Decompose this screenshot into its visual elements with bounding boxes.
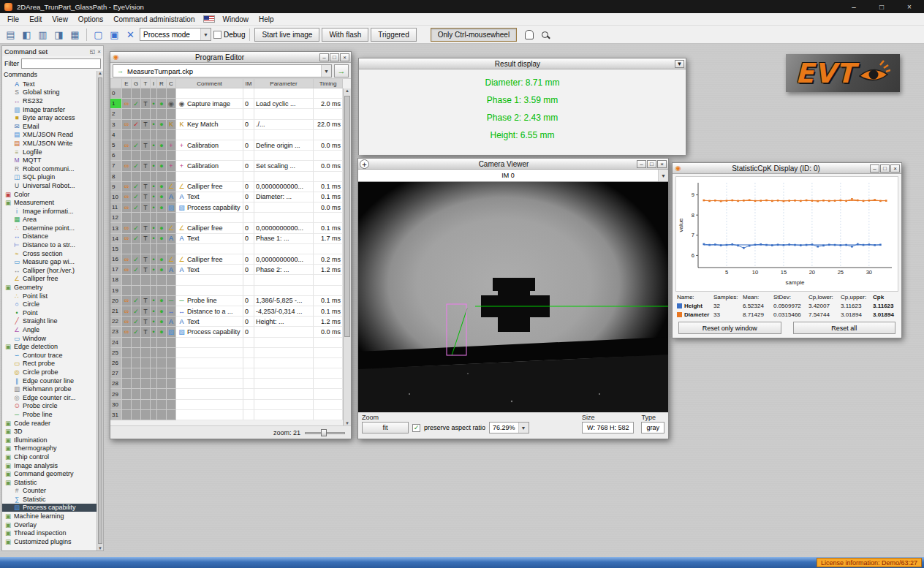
tree-item-contour-trace[interactable]: ∽Contour trace [2, 351, 96, 360]
window-layout-icon[interactable]: ▦ [68, 28, 82, 42]
tree-item-image-transfer[interactable]: ▥Image transfer [2, 105, 96, 114]
program-row-12[interactable]: 12 [110, 213, 343, 223]
triggered-button[interactable]: Triggered [371, 28, 416, 42]
tree-item-text[interactable]: AText [2, 80, 96, 88]
program-editor-titlebar[interactable]: ◉ Program Editor – □ × [110, 52, 351, 63]
window-minimize-button[interactable]: – [849, 3, 858, 11]
tree-item-mqtt[interactable]: MMQTT [2, 156, 96, 164]
tree-item-email[interactable]: ✉EMail [2, 122, 96, 131]
program-row-28[interactable]: 28 [110, 379, 343, 389]
program-row-14[interactable]: 14∞✓T•●AAText0Phase 1: ...1.7 ms [110, 234, 343, 244]
reset-all-button[interactable]: Reset all [793, 322, 896, 334]
save-program-icon[interactable]: ▥ [36, 28, 50, 42]
menu-item-command-administration[interactable]: Command administration [108, 15, 200, 24]
menu-item-view[interactable]: View [47, 15, 73, 24]
process-mode-select[interactable]: Process mode ▼ [140, 28, 211, 41]
program-row-31[interactable]: 31 [110, 410, 343, 420]
command-tree-scrollbar[interactable]: ▲ ▼ [96, 71, 103, 550]
tree-item-universal-robot[interactable]: UUniversal Robot... [2, 181, 96, 190]
close-button[interactable]: × [890, 164, 900, 173]
tree-item-determine-point[interactable]: ∴Determine point... [2, 224, 96, 232]
scroll-up-icon[interactable]: ▲ [97, 71, 103, 75]
program-row-24[interactable]: 24 [110, 338, 343, 348]
tree-item-circle[interactable]: ○Circle [2, 300, 96, 308]
program-row-11[interactable]: 11∞✓T•●▧▧Process capability00.0 ms [110, 202, 343, 213]
close-panel-icon[interactable]: × [97, 48, 101, 55]
minimize-button[interactable]: – [870, 164, 879, 173]
open-program-icon[interactable]: ◧ [20, 28, 34, 42]
tree-item-edge-counter-cir[interactable]: ◎Edge counter cir... [2, 393, 96, 402]
tree-item-process-capability[interactable]: ▧Process capability [2, 504, 96, 512]
program-row-10[interactable]: 10∞✓T•●AAText0Diameter: ...0.1 ms [110, 192, 343, 202]
tree-item-xml-json-write[interactable]: ▤XML/JSON Write [2, 139, 96, 148]
fit-button[interactable]: fit [362, 422, 409, 433]
tree-item-distance[interactable]: ↔Distance [2, 232, 96, 241]
scroll-up-icon[interactable]: ▲ [344, 88, 351, 93]
tree-item-circle-probe[interactable]: ◎Circle probe [2, 368, 96, 376]
zoom-percent-select[interactable]: 76.29% ▼ [489, 422, 529, 433]
tree-item-global-string[interactable]: SGlobal string [2, 88, 96, 97]
program-row-21[interactable]: 21∞✓T•●↔↔Distance to a ...0-4,253/-0,314… [110, 306, 343, 317]
start-live-image-button[interactable]: Start live image [254, 28, 319, 42]
result-display-titlebar[interactable]: Result display ▼ [359, 58, 686, 69]
program-row-13[interactable]: 13∞✓T•●∠∠Calliper free00,0000000000...0.… [110, 223, 343, 233]
window-titlebar[interactable]: 2DArea_TrunPart_GlassPath - EyeVision – … [0, 0, 924, 13]
tree-item-rect-probe[interactable]: ▭Rect probe [2, 360, 96, 368]
dock-panel-icon[interactable]: ◱ [90, 48, 96, 55]
tree-item-calliper-free[interactable]: ∠Calliper free [2, 275, 96, 284]
tree-item-thread-inspection[interactable]: ▣Thread inspection [2, 529, 96, 537]
program-row-1[interactable]: 1∞✓T•●◉◉Capture image0Load cyclic ...2.0… [110, 99, 343, 109]
maximize-button[interactable]: □ [880, 164, 890, 173]
new-program-icon[interactable]: ▤ [4, 28, 18, 42]
program-row-18[interactable]: 18 [110, 275, 343, 285]
window-maximize-button[interactable]: □ [877, 3, 886, 11]
tree-item-image-analysis[interactable]: ▣Image analysis [2, 461, 96, 470]
program-row-0[interactable]: 0 [110, 88, 343, 99]
tree-item-command-geometry[interactable]: ▣Command geometry [2, 469, 96, 478]
tree-item-illumination[interactable]: ▣Illumination [2, 436, 96, 444]
tree-item-rs232[interactable]: ↔RS232 [2, 96, 96, 105]
language-flag-icon[interactable] [203, 15, 215, 23]
program-file-select[interactable]: → MeasureTurnpart.ckp ▼ [113, 64, 332, 77]
tree-item-probe-circle[interactable]: ⊙Probe circle [2, 402, 96, 411]
tree-item-edge-counter-line[interactable]: ∥Edge counter line [2, 376, 96, 385]
with-flash-button[interactable]: With flash [322, 28, 368, 42]
program-row-27[interactable]: 27 [110, 368, 343, 379]
program-table-scrollbar[interactable]: ▲ ▼ [343, 88, 351, 425]
program-row-5[interactable]: 5∞✓T•●++Calibration0Define origin ...0.0… [110, 140, 343, 151]
tree-item-riehmann-probe[interactable]: ▥Riehmann probe [2, 385, 96, 393]
zoom-slider[interactable] [305, 428, 345, 437]
scroll-down-icon[interactable]: ▼ [344, 421, 351, 425]
menu-item-help[interactable]: Help [254, 15, 279, 24]
tree-item-window[interactable]: ▭Window [2, 334, 96, 343]
tree-item-point[interactable]: •Point [2, 308, 96, 317]
tree-item-area[interactable]: ▦Area [2, 216, 96, 224]
statistic-titlebar[interactable]: ◉ StatisticCpK Display (ID: 0) – □ × [673, 163, 901, 174]
program-row-17[interactable]: 17∞✓T•●AAText0Phase 2: ...1.2 ms [110, 265, 343, 275]
program-row-15[interactable]: 15 [110, 244, 343, 254]
close-button[interactable]: × [657, 160, 667, 168]
program-row-25[interactable]: 25 [110, 348, 343, 358]
close-button[interactable]: × [340, 53, 349, 61]
menu-item-file[interactable]: File [2, 15, 24, 24]
tree-item-code-reader[interactable]: ▣Code reader [2, 419, 96, 428]
tree-item-straight-line[interactable]: ╱Straight line [2, 317, 96, 326]
image-select[interactable]: IM 0 ▼ [358, 170, 668, 182]
tree-item-byte-array-access[interactable]: ■Byte array access [2, 113, 96, 122]
preserve-aspect-checkbox[interactable]: ✓ [412, 424, 420, 432]
program-row-6[interactable]: 6 [110, 151, 343, 161]
tree-item-thermography[interactable]: ▣Thermography [2, 444, 96, 453]
menu-item-edit[interactable]: Edit [24, 15, 47, 24]
reset-only-window-button[interactable]: Reset only window [678, 322, 781, 334]
program-row-8[interactable]: 8 [110, 172, 343, 182]
paste-icon[interactable]: ▣ [107, 28, 121, 42]
tree-item-color[interactable]: ▣Color [2, 190, 96, 199]
tree-item-sql-plugin[interactable]: ◫SQL plugin [2, 173, 96, 182]
copy-icon[interactable]: ▢ [91, 28, 105, 42]
tree-item-overlay[interactable]: ▣Overlay [2, 520, 96, 529]
program-row-9[interactable]: 9∞✓T•●∠∠Calliper free00,0000000000...0.1… [110, 182, 343, 192]
camera-viewer-titlebar[interactable]: + Camera Viewer – □ × [358, 159, 668, 170]
tree-item-3d[interactable]: ▣3D [2, 427, 96, 436]
tree-item-chip-control[interactable]: ▣Chip control [2, 452, 96, 461]
run-program-button[interactable]: → [334, 64, 349, 77]
